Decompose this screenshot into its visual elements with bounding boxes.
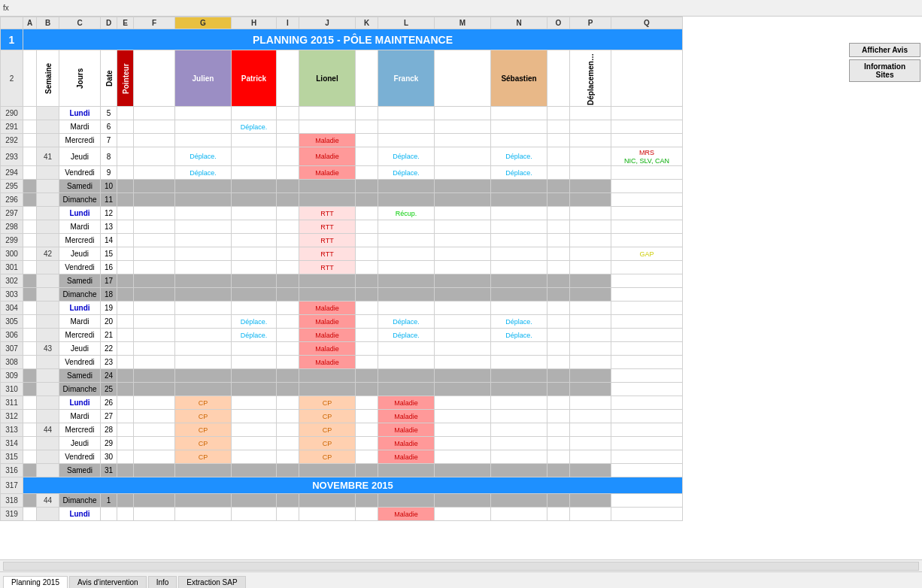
julien-cell <box>175 247 232 261</box>
row-number: 316 <box>1 464 23 477</box>
row-number: 291 <box>1 120 23 134</box>
date-value: 14 <box>101 234 117 247</box>
patrick-cell <box>232 396 277 410</box>
date-value: 17 <box>101 274 117 288</box>
info-cell <box>611 274 683 288</box>
week-number: 44 <box>37 494 59 508</box>
lionel-cell: Maladie <box>299 134 356 147</box>
sebastien-cell <box>491 450 547 464</box>
patrick-cell <box>232 508 277 521</box>
info-cell <box>611 329 683 342</box>
patrick-cell <box>232 180 277 193</box>
lionel-cell: CP <box>299 423 356 437</box>
afficher-avis-button[interactable]: Afficher Avis <box>849 43 920 57</box>
date-value: 9 <box>101 166 117 180</box>
franck-header: Franck <box>378 50 435 107</box>
lionel-cell <box>299 508 356 521</box>
patrick-cell <box>232 220 277 234</box>
date-value: 31 <box>101 464 117 477</box>
lionel-cell: RTT <box>299 207 356 220</box>
julien-cell <box>175 315 232 329</box>
lionel-cell: Maladie <box>299 302 356 315</box>
day-name: Mardi <box>59 220 101 234</box>
day-name: Jeudi <box>59 147 101 166</box>
row-number: 318 <box>1 494 23 508</box>
grid-wrapper[interactable]: Afficher Avis Information Sites <box>0 17 922 559</box>
info-cell <box>611 193 683 207</box>
sebastien-cell <box>491 494 547 508</box>
julien-cell: Déplace. <box>175 147 232 166</box>
column-header-row: 2 Semaine Jours Date Pointeur Julien Pat… <box>1 50 683 107</box>
info-cell <box>611 207 683 220</box>
info-cell <box>611 234 683 247</box>
table-row: 310 Dimanche 25 <box>1 383 683 396</box>
row-number: 299 <box>1 234 23 247</box>
julien-cell <box>175 302 232 315</box>
week-number: 42 <box>37 247 59 261</box>
tab-planning-2015[interactable]: Planning 2015 <box>3 576 68 588</box>
lionel-cell <box>299 464 356 477</box>
row-number: 293 <box>1 147 23 166</box>
patrick-cell <box>232 288 277 302</box>
planning-body: 290 Lundi 5 291 Mardi 6 Déplace. <box>1 107 683 521</box>
sebastien-cell <box>491 288 547 302</box>
lionel-cell <box>299 494 356 508</box>
day-name: Vendredi <box>59 450 101 464</box>
tab-extraction-sap[interactable]: Extraction SAP <box>178 576 245 588</box>
row-number: 305 <box>1 315 23 329</box>
row-number: 297 <box>1 207 23 220</box>
table-row: 314 Jeudi 29 CP CP Maladie <box>1 437 683 450</box>
julien-cell <box>175 494 232 508</box>
sebastien-cell <box>491 508 547 521</box>
section-header: NOVEMBRE 2015 <box>23 477 683 494</box>
patrick-header: Patrick <box>232 50 277 107</box>
franck-cell <box>378 383 435 396</box>
table-row: 294 Vendredi 9 Déplace. Maladie Déplace.… <box>1 166 683 180</box>
horizontal-scrollbar[interactable] <box>0 559 922 571</box>
info-cell <box>611 302 683 315</box>
info-cell <box>611 180 683 193</box>
week-number: 44 <box>37 423 59 437</box>
franck-cell <box>378 261 435 274</box>
lionel-cell: RTT <box>299 220 356 234</box>
sebastien-cell <box>491 220 547 234</box>
date-value: 6 <box>101 120 117 134</box>
lionel-cell <box>299 107 356 120</box>
franck-cell: Maladie <box>378 450 435 464</box>
info-cell <box>611 508 683 521</box>
lionel-cell: RTT <box>299 247 356 261</box>
franck-cell <box>378 302 435 315</box>
row-number: 290 <box>1 107 23 120</box>
day-name: Mercredi <box>59 234 101 247</box>
info-cell <box>611 423 683 437</box>
sebastien-cell <box>491 207 547 220</box>
julien-header: Julien <box>175 50 232 107</box>
info-cell <box>611 356 683 369</box>
lionel-header: Lionel <box>299 50 356 107</box>
sebastien-cell <box>491 180 547 193</box>
row-number: 319 <box>1 508 23 521</box>
sebastien-cell <box>491 464 547 477</box>
sebastien-cell <box>491 356 547 369</box>
patrick-cell <box>232 134 277 147</box>
info-cell <box>611 383 683 396</box>
table-row: 304 Lundi 19 Maladie <box>1 302 683 315</box>
patrick-cell <box>232 166 277 180</box>
information-sites-button[interactable]: Information Sites <box>849 59 920 82</box>
patrick-cell <box>232 369 277 383</box>
date-value: 22 <box>101 342 117 356</box>
patrick-cell <box>232 342 277 356</box>
tab-avis-intervention[interactable]: Avis d'intervention <box>69 576 147 588</box>
day-name: Jeudi <box>59 247 101 261</box>
table-row: 299 Mercredi 14 RTT <box>1 234 683 247</box>
day-name: Dimanche <box>59 494 101 508</box>
info-cell <box>611 410 683 423</box>
table-row: 315 Vendredi 30 CP CP Maladie <box>1 450 683 464</box>
tab-info[interactable]: Info <box>148 576 177 588</box>
sebastien-header: Sébastien <box>491 50 547 107</box>
sebastien-cell: Déplace. <box>491 329 547 342</box>
scrollbar-track[interactable] <box>3 562 919 571</box>
date-value <box>101 508 117 521</box>
franck-cell: Déplace. <box>378 166 435 180</box>
sebastien-cell <box>491 247 547 261</box>
